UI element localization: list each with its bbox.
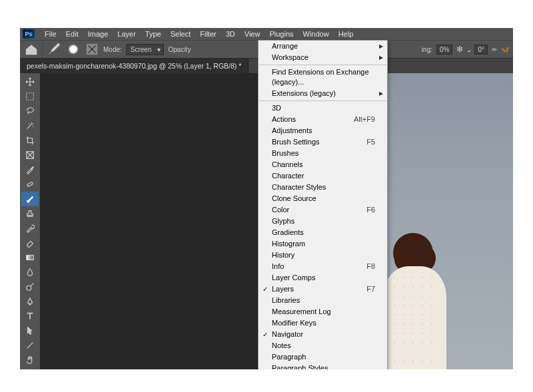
- menu-item-arrange[interactable]: Arrange: [259, 41, 387, 52]
- menu-plugins[interactable]: Plugins: [265, 30, 298, 38]
- app-logo: Ps: [23, 29, 35, 39]
- smoothing-label: ing:: [422, 46, 432, 53]
- tool-history-brush[interactable]: [21, 221, 39, 236]
- menu-item-brushes[interactable]: Brushes: [259, 148, 387, 159]
- window-menu-dropdown: Arrange Workspace Find Extensions on Exc…: [258, 40, 388, 369]
- opacity-label: Opacity: [168, 46, 191, 53]
- gear-icon[interactable]: ✻: [456, 45, 463, 54]
- angle-value[interactable]: 0°: [474, 45, 488, 55]
- menu-item-measurement-log[interactable]: Measurement Log: [259, 306, 387, 317]
- tool-move[interactable]: [21, 75, 39, 89]
- tool-type[interactable]: [21, 309, 39, 323]
- tool-dodge[interactable]: [21, 280, 39, 294]
- svg-rect-1: [27, 93, 34, 100]
- menu-item-actions[interactable]: ActionsAlt+F9: [259, 114, 387, 125]
- menu-item-workspace[interactable]: Workspace: [259, 52, 387, 63]
- menu-file[interactable]: File: [40, 30, 61, 38]
- menu-separator: [259, 65, 386, 65]
- menu-item-paragraph-styles[interactable]: Paragraph Styles: [259, 363, 387, 369]
- tool-heal[interactable]: [21, 177, 39, 192]
- brush-panel-icon[interactable]: [85, 42, 99, 57]
- menu-item-layer-comps[interactable]: Layer Comps: [259, 272, 387, 284]
- svg-point-5: [27, 286, 31, 290]
- tool-eraser[interactable]: [21, 236, 39, 250]
- pressure-icon[interactable]: ✏: [492, 46, 497, 53]
- tool-lasso[interactable]: [21, 104, 39, 118]
- menu-item-character-styles[interactable]: Character Styles: [259, 182, 387, 193]
- menu-item-navigator[interactable]: Navigator: [259, 329, 387, 340]
- menu-item-3d[interactable]: 3D: [259, 102, 387, 114]
- menu-layer[interactable]: Layer: [113, 30, 141, 38]
- app-window: Ps File Edit Image Layer Type Select Fil…: [20, 28, 513, 369]
- mode-label: Mode:: [103, 46, 122, 53]
- menu-item-extensions[interactable]: Extensions (legacy): [259, 88, 387, 99]
- tool-crop[interactable]: [21, 133, 39, 148]
- tool-brush[interactable]: [21, 192, 39, 206]
- tool-hand[interactable]: [21, 353, 39, 367]
- menu-item-paragraph[interactable]: Paragraph: [259, 351, 387, 363]
- menu-item-channels[interactable]: Channels: [259, 159, 387, 170]
- tool-line[interactable]: [21, 338, 39, 353]
- tool-wand[interactable]: [21, 118, 39, 133]
- document-tab[interactable]: pexels-maksim-goncharenok-4380970.jpg @ …: [20, 59, 249, 73]
- menu-type[interactable]: Type: [141, 30, 166, 38]
- separator: [43, 43, 43, 56]
- menu-separator: [259, 100, 386, 101]
- menu-item-glyphs[interactable]: Glyphs: [259, 216, 387, 227]
- menu-edit[interactable]: Edit: [61, 30, 83, 38]
- tool-eyedropper[interactable]: [21, 162, 39, 177]
- menu-help[interactable]: Help: [334, 30, 358, 38]
- blend-mode-select[interactable]: Screen▾: [126, 44, 165, 55]
- svg-rect-3: [27, 182, 33, 186]
- svg-rect-4: [27, 256, 34, 260]
- tool-gradient[interactable]: [21, 250, 39, 265]
- menu-item-notes[interactable]: Notes: [259, 340, 387, 351]
- document-image: [380, 73, 513, 369]
- tool-blur[interactable]: [21, 265, 39, 280]
- menu-select[interactable]: Select: [166, 30, 196, 38]
- menu-filter[interactable]: Filter: [195, 30, 221, 38]
- menu-item-libraries[interactable]: Libraries: [259, 295, 387, 306]
- tool-stamp[interactable]: [21, 206, 39, 221]
- angle-icon: ⦟: [467, 46, 470, 53]
- menu-view[interactable]: View: [240, 30, 265, 38]
- tool-pen[interactable]: [21, 294, 39, 309]
- menu-item-layers[interactable]: LayersF7: [259, 284, 387, 295]
- brush-preview[interactable]: [66, 42, 81, 57]
- menu-item-histogram[interactable]: Histogram: [259, 238, 387, 250]
- menu-item-brush-settings[interactable]: Brush SettingsF5: [259, 136, 387, 148]
- home-icon[interactable]: [24, 42, 39, 57]
- menu-item-find-extensions[interactable]: Find Extensions on Exchange (legacy)...: [259, 67, 387, 88]
- tool-marquee[interactable]: [21, 89, 39, 104]
- menu-3d[interactable]: 3D: [221, 30, 240, 38]
- menu-image[interactable]: Image: [83, 30, 113, 38]
- menu-item-info[interactable]: InfoF8: [259, 261, 387, 272]
- menu-item-clone-source[interactable]: Clone Source: [259, 193, 387, 204]
- menu-item-gradients[interactable]: Gradients: [259, 227, 387, 238]
- menu-bar: Ps File Edit Image Layer Type Select Fil…: [20, 28, 513, 40]
- menu-item-modifier-keys[interactable]: Modifier Keys: [259, 317, 387, 329]
- image-content: [383, 266, 446, 369]
- tool-frame[interactable]: [21, 148, 39, 162]
- menu-item-color[interactable]: ColorF6: [259, 204, 387, 216]
- tools-panel: [20, 73, 40, 369]
- brush-tool-icon[interactable]: [47, 42, 62, 57]
- tool-path-select[interactable]: [21, 323, 39, 338]
- menu-window[interactable]: Window: [298, 30, 334, 38]
- butterfly-icon[interactable]: 🦋: [501, 46, 509, 53]
- menu-item-adjustments[interactable]: Adjustments: [259, 125, 387, 136]
- menu-item-history[interactable]: History: [259, 250, 387, 261]
- menu-item-character[interactable]: Character: [259, 170, 387, 182]
- smoothing-value[interactable]: 0%: [436, 45, 452, 55]
